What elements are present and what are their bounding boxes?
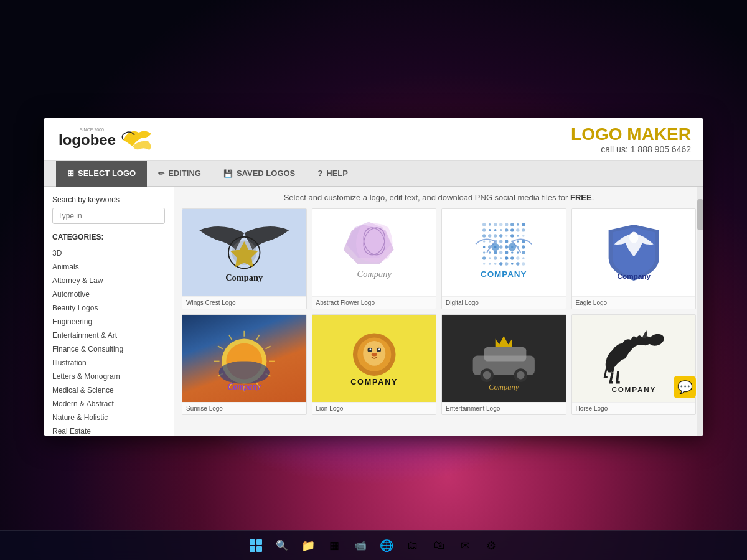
logo-card-label: Abstract Flower Logo xyxy=(312,296,436,309)
svg-point-67 xyxy=(489,263,491,265)
sidebar-category-item[interactable]: 3D xyxy=(52,246,165,260)
svg-point-24 xyxy=(516,228,519,231)
logo-card[interactable]: 1247 Company Wings Crest Logo xyxy=(182,208,307,309)
logo-card-label: Wings Crest Logo xyxy=(182,296,306,309)
svg-point-29 xyxy=(499,234,502,237)
taskbar-teams[interactable]: 📹 xyxy=(349,534,372,557)
svg-point-27 xyxy=(488,234,491,237)
svg-point-30 xyxy=(505,235,508,237)
svg-point-51 xyxy=(489,251,491,254)
nav-tabs: ⊞ SELECT LOGO ✏ EDITING 💾 SAVED LOGOS ? … xyxy=(44,161,703,187)
svg-point-12 xyxy=(494,223,497,226)
sidebar-category-item[interactable]: Animals xyxy=(52,260,165,274)
logo-card[interactable]: 12517 COMPANY Digital Logo xyxy=(441,208,566,309)
taskbar-search[interactable]: 🔍 xyxy=(271,534,293,557)
tab-help-label: HELP xyxy=(326,169,348,178)
main-subtitle: Select and customize a logo, edit text, … xyxy=(182,193,696,202)
edit-icon: ✏ xyxy=(158,169,164,178)
svg-point-16 xyxy=(517,223,519,226)
sidebar-category-item[interactable]: Automotive xyxy=(52,287,165,301)
svg-point-55 xyxy=(511,251,514,254)
taskbar-store[interactable]: 🛍 xyxy=(428,534,450,557)
logo-card-image: COMPANY xyxy=(312,315,436,402)
logo-card-label: Horse Logo xyxy=(572,402,696,414)
logo-card-label: Entertainment Logo xyxy=(442,402,566,414)
taskbar-windows-button[interactable] xyxy=(245,534,267,557)
logo-card[interactable]: Company Entertainment Logo xyxy=(441,314,566,415)
app-title: LOGO MAKER xyxy=(571,124,691,144)
taskbar-explorer2[interactable]: 🗂 xyxy=(402,534,424,557)
search-icon: 🔍 xyxy=(276,539,288,551)
svg-point-37 xyxy=(499,240,502,243)
svg-point-58 xyxy=(482,256,486,259)
sidebar-category-item[interactable]: Real Estate xyxy=(52,424,165,436)
svg-point-45 xyxy=(499,245,502,248)
subtitle-text: Select and customize a logo, edit text, … xyxy=(284,193,568,202)
tab-saved-logos-label: SAVED LOGOS xyxy=(237,169,295,178)
tab-editing[interactable]: ✏ EDITING xyxy=(147,161,212,187)
logo-card-image: Company xyxy=(182,315,306,402)
sidebar-category-item[interactable]: Attorney & Law xyxy=(52,274,165,287)
svg-point-15 xyxy=(510,223,514,226)
sidebar-category-item[interactable]: Nature & Holistic xyxy=(52,411,165,424)
svg-point-11 xyxy=(489,223,491,226)
mail-icon: ✉ xyxy=(461,539,470,553)
sidebar-category-item[interactable]: Beauty Logos xyxy=(52,301,165,315)
tab-saved-logos[interactable]: 💾 SAVED LOGOS xyxy=(212,161,306,187)
taskbar-mail[interactable]: ✉ xyxy=(454,534,476,557)
scrollbar[interactable] xyxy=(697,187,703,436)
sidebar-category-item[interactable]: Medical & Science xyxy=(52,383,165,397)
logo-card-image: COMPANY xyxy=(442,209,566,296)
search-label: Search by keywords xyxy=(52,195,165,204)
svg-point-54 xyxy=(505,251,508,254)
tab-help[interactable]: ? HELP xyxy=(306,161,359,187)
svg-text:Company: Company xyxy=(357,269,392,279)
svg-text:Company: Company xyxy=(225,273,263,282)
widgets-icon: ▦ xyxy=(329,539,339,552)
svg-point-72 xyxy=(516,262,519,265)
svg-point-102 xyxy=(371,353,377,356)
svg-point-52 xyxy=(494,251,497,254)
sidebar-category-item[interactable]: Illustration xyxy=(52,356,165,370)
sidebar-category-item[interactable]: Entertainment & Art xyxy=(52,329,165,342)
svg-point-74 xyxy=(491,243,499,251)
sidebar-category-item[interactable]: Engineering xyxy=(52,315,165,329)
taskbar-file-explorer[interactable]: 📁 xyxy=(297,534,319,557)
store-icon: 🛍 xyxy=(433,539,444,552)
sidebar-category-item[interactable]: Letters & Monogram xyxy=(52,370,165,383)
search-input[interactable] xyxy=(52,208,165,224)
svg-point-69 xyxy=(499,262,502,265)
logo-card[interactable]: 12961 COMPANY Lion Logo xyxy=(312,314,437,415)
svg-rect-105 xyxy=(484,347,527,362)
taskbar-widgets[interactable]: ▦ xyxy=(323,534,345,557)
svg-point-53 xyxy=(499,251,502,254)
logo-card-image: Company xyxy=(182,209,306,296)
logo-card[interactable]: 121057 COMPANY Horse Logo xyxy=(571,314,697,415)
tab-select-logo[interactable]: ⊞ SELECT LOGO xyxy=(56,161,147,187)
sidebar-category-item[interactable]: Finance & Consulting xyxy=(52,342,165,356)
svg-point-75 xyxy=(508,243,516,251)
logo-area: logobee SINCE 2000 xyxy=(56,123,156,156)
sidebar-category-item[interactable]: Modern & Abstract xyxy=(52,397,165,411)
svg-point-18 xyxy=(482,228,486,231)
content-area: Search by keywords CATEGORIES: 3DAnimals… xyxy=(44,187,703,436)
svg-point-73 xyxy=(522,262,525,265)
svg-text:COMPANY: COMPANY xyxy=(611,385,656,393)
logo-card[interactable]: 12600 Company Eagle Logo xyxy=(571,208,697,309)
folder-icon: 📁 xyxy=(301,539,315,553)
logo-card[interactable]: 12145 Company Abstract Flower Logo xyxy=(312,208,437,309)
tab-editing-label: EDITING xyxy=(168,169,201,178)
svg-point-68 xyxy=(494,263,497,265)
logo-card-image: Company xyxy=(442,315,566,402)
svg-point-77 xyxy=(629,232,638,243)
taskbar-settings[interactable]: ⚙ xyxy=(480,534,502,557)
logo-card-image: Company xyxy=(572,209,696,296)
svg-point-20 xyxy=(494,229,497,231)
logo-card[interactable]: 12935 Company Sunrise Logo xyxy=(182,314,307,415)
chat-button[interactable]: 💬 xyxy=(674,376,696,398)
svg-line-92 xyxy=(266,346,271,349)
scroll-thumb xyxy=(697,199,703,230)
svg-point-42 xyxy=(483,246,486,248)
save-icon: 💾 xyxy=(223,169,233,178)
taskbar-edge[interactable]: 🌐 xyxy=(375,534,398,557)
